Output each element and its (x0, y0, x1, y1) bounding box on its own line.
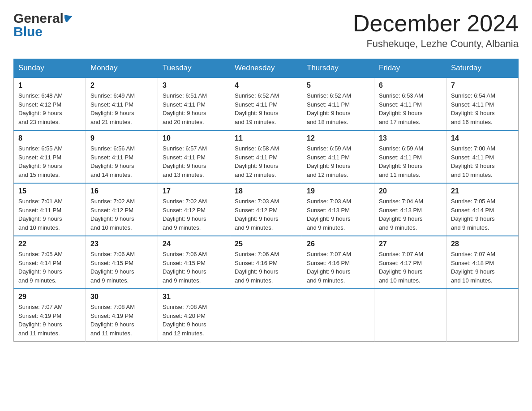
calendar-cell: 18 Sunrise: 7:03 AM Sunset: 4:12 PM Dayl… (230, 183, 302, 236)
day-info: Sunrise: 6:54 AM Sunset: 4:11 PM Dayligh… (451, 91, 514, 126)
calendar-cell: 13 Sunrise: 6:59 AM Sunset: 4:11 PM Dayl… (374, 130, 446, 183)
logo-general-text: General (13, 11, 64, 26)
calendar-cell: 8 Sunrise: 6:55 AM Sunset: 4:11 PM Dayli… (14, 130, 86, 183)
calendar-cell (302, 289, 374, 342)
calendar-table: SundayMondayTuesdayWednesdayThursdayFrid… (13, 59, 519, 342)
day-number: 22 (18, 240, 81, 248)
logo: General Blue (13, 11, 73, 39)
day-info: Sunrise: 6:51 AM Sunset: 4:11 PM Dayligh… (163, 91, 225, 126)
day-info: Sunrise: 7:08 AM Sunset: 4:20 PM Dayligh… (163, 303, 225, 338)
calendar-cell: 16 Sunrise: 7:02 AM Sunset: 4:12 PM Dayl… (86, 183, 158, 236)
day-number: 19 (307, 187, 369, 195)
calendar-cell: 14 Sunrise: 7:00 AM Sunset: 4:11 PM Dayl… (446, 130, 519, 183)
weekday-header-friday: Friday (374, 59, 446, 78)
day-number: 8 (18, 134, 81, 142)
month-title: December 2024 (353, 11, 519, 36)
day-number: 14 (451, 134, 514, 142)
day-number: 30 (90, 293, 153, 301)
day-info: Sunrise: 7:07 AM Sunset: 4:16 PM Dayligh… (307, 250, 369, 285)
day-number: 20 (379, 187, 442, 195)
calendar-week-row: 15 Sunrise: 7:01 AM Sunset: 4:11 PM Dayl… (14, 183, 519, 236)
weekday-header-thursday: Thursday (302, 59, 374, 78)
calendar-cell: 22 Sunrise: 7:05 AM Sunset: 4:14 PM Dayl… (14, 236, 86, 289)
day-number: 15 (18, 187, 81, 195)
day-info: Sunrise: 7:06 AM Sunset: 4:15 PM Dayligh… (90, 250, 153, 285)
calendar-cell (446, 289, 519, 342)
day-info: Sunrise: 7:07 AM Sunset: 4:17 PM Dayligh… (379, 250, 442, 285)
day-number: 31 (163, 293, 225, 301)
day-number: 27 (379, 240, 442, 248)
weekday-header-tuesday: Tuesday (158, 59, 230, 78)
logo-triangle-icon (64, 13, 73, 24)
calendar-cell: 31 Sunrise: 7:08 AM Sunset: 4:20 PM Dayl… (158, 289, 230, 342)
day-number: 12 (307, 134, 369, 142)
day-info: Sunrise: 6:52 AM Sunset: 4:11 PM Dayligh… (235, 91, 297, 126)
location-title: Fushekuqe, Lezhe County, Albania (353, 38, 519, 50)
day-number: 10 (163, 134, 225, 142)
weekday-header-monday: Monday (86, 59, 158, 78)
day-info: Sunrise: 7:04 AM Sunset: 4:13 PM Dayligh… (379, 197, 442, 232)
day-info: Sunrise: 7:06 AM Sunset: 4:15 PM Dayligh… (163, 250, 225, 285)
calendar-week-row: 8 Sunrise: 6:55 AM Sunset: 4:11 PM Dayli… (14, 130, 519, 183)
calendar-cell: 2 Sunrise: 6:49 AM Sunset: 4:11 PM Dayli… (86, 77, 158, 130)
calendar-cell: 3 Sunrise: 6:51 AM Sunset: 4:11 PM Dayli… (158, 77, 230, 130)
calendar-cell: 17 Sunrise: 7:02 AM Sunset: 4:12 PM Dayl… (158, 183, 230, 236)
calendar-cell: 26 Sunrise: 7:07 AM Sunset: 4:16 PM Dayl… (302, 236, 374, 289)
day-info: Sunrise: 6:58 AM Sunset: 4:11 PM Dayligh… (235, 144, 297, 179)
day-number: 18 (235, 187, 297, 195)
day-number: 26 (307, 240, 369, 248)
day-info: Sunrise: 7:05 AM Sunset: 4:14 PM Dayligh… (18, 250, 81, 285)
day-info: Sunrise: 7:06 AM Sunset: 4:16 PM Dayligh… (235, 250, 297, 285)
calendar-week-row: 1 Sunrise: 6:48 AM Sunset: 4:12 PM Dayli… (14, 77, 519, 130)
day-number: 13 (379, 134, 442, 142)
calendar-cell (374, 289, 446, 342)
day-info: Sunrise: 7:02 AM Sunset: 4:12 PM Dayligh… (90, 197, 153, 232)
day-number: 3 (163, 81, 225, 90)
day-number: 7 (451, 81, 514, 90)
calendar-cell: 27 Sunrise: 7:07 AM Sunset: 4:17 PM Dayl… (374, 236, 446, 289)
calendar-cell: 20 Sunrise: 7:04 AM Sunset: 4:13 PM Dayl… (374, 183, 446, 236)
day-number: 6 (379, 81, 442, 90)
calendar-cell: 28 Sunrise: 7:07 AM Sunset: 4:18 PM Dayl… (446, 236, 519, 289)
calendar-cell: 7 Sunrise: 6:54 AM Sunset: 4:11 PM Dayli… (446, 77, 519, 130)
calendar-cell: 1 Sunrise: 6:48 AM Sunset: 4:12 PM Dayli… (14, 77, 86, 130)
day-number: 28 (451, 240, 514, 248)
day-info: Sunrise: 7:01 AM Sunset: 4:11 PM Dayligh… (18, 197, 81, 232)
calendar-cell: 10 Sunrise: 6:57 AM Sunset: 4:11 PM Dayl… (158, 130, 230, 183)
day-number: 5 (307, 81, 369, 90)
day-info: Sunrise: 6:48 AM Sunset: 4:12 PM Dayligh… (18, 91, 81, 126)
day-info: Sunrise: 7:08 AM Sunset: 4:19 PM Dayligh… (90, 303, 153, 338)
calendar-cell: 21 Sunrise: 7:05 AM Sunset: 4:14 PM Dayl… (446, 183, 519, 236)
day-number: 4 (235, 81, 297, 90)
day-info: Sunrise: 6:57 AM Sunset: 4:11 PM Dayligh… (163, 144, 225, 179)
day-info: Sunrise: 7:03 AM Sunset: 4:12 PM Dayligh… (235, 197, 297, 232)
day-info: Sunrise: 6:56 AM Sunset: 4:11 PM Dayligh… (90, 144, 153, 179)
logo-blue-text: Blue (13, 24, 43, 39)
weekday-header-wednesday: Wednesday (230, 59, 302, 78)
day-info: Sunrise: 6:59 AM Sunset: 4:11 PM Dayligh… (307, 144, 369, 179)
calendar-cell: 19 Sunrise: 7:03 AM Sunset: 4:13 PM Dayl… (302, 183, 374, 236)
day-info: Sunrise: 6:53 AM Sunset: 4:11 PM Dayligh… (379, 91, 442, 126)
calendar-cell: 24 Sunrise: 7:06 AM Sunset: 4:15 PM Dayl… (158, 236, 230, 289)
day-number: 1 (18, 81, 81, 90)
day-number: 24 (163, 240, 225, 248)
calendar-header-row: SundayMondayTuesdayWednesdayThursdayFrid… (14, 59, 519, 78)
day-number: 17 (163, 187, 225, 195)
day-number: 2 (90, 81, 153, 90)
calendar-cell: 29 Sunrise: 7:07 AM Sunset: 4:19 PM Dayl… (14, 289, 86, 342)
day-info: Sunrise: 7:07 AM Sunset: 4:18 PM Dayligh… (451, 250, 514, 285)
day-info: Sunrise: 7:00 AM Sunset: 4:11 PM Dayligh… (451, 144, 514, 179)
day-info: Sunrise: 7:03 AM Sunset: 4:13 PM Dayligh… (307, 197, 369, 232)
day-info: Sunrise: 7:05 AM Sunset: 4:14 PM Dayligh… (451, 197, 514, 232)
title-section: December 2024 Fushekuqe, Lezhe County, A… (353, 11, 519, 50)
day-number: 11 (235, 134, 297, 142)
page-header: General Blue December 2024 Fushekuqe, Le… (13, 11, 519, 50)
day-info: Sunrise: 6:49 AM Sunset: 4:11 PM Dayligh… (90, 91, 153, 126)
calendar-cell (230, 289, 302, 342)
calendar-cell: 9 Sunrise: 6:56 AM Sunset: 4:11 PM Dayli… (86, 130, 158, 183)
calendar-cell: 23 Sunrise: 7:06 AM Sunset: 4:15 PM Dayl… (86, 236, 158, 289)
weekday-header-saturday: Saturday (446, 59, 519, 78)
day-info: Sunrise: 6:55 AM Sunset: 4:11 PM Dayligh… (18, 144, 81, 179)
calendar-cell: 30 Sunrise: 7:08 AM Sunset: 4:19 PM Dayl… (86, 289, 158, 342)
calendar-cell: 25 Sunrise: 7:06 AM Sunset: 4:16 PM Dayl… (230, 236, 302, 289)
